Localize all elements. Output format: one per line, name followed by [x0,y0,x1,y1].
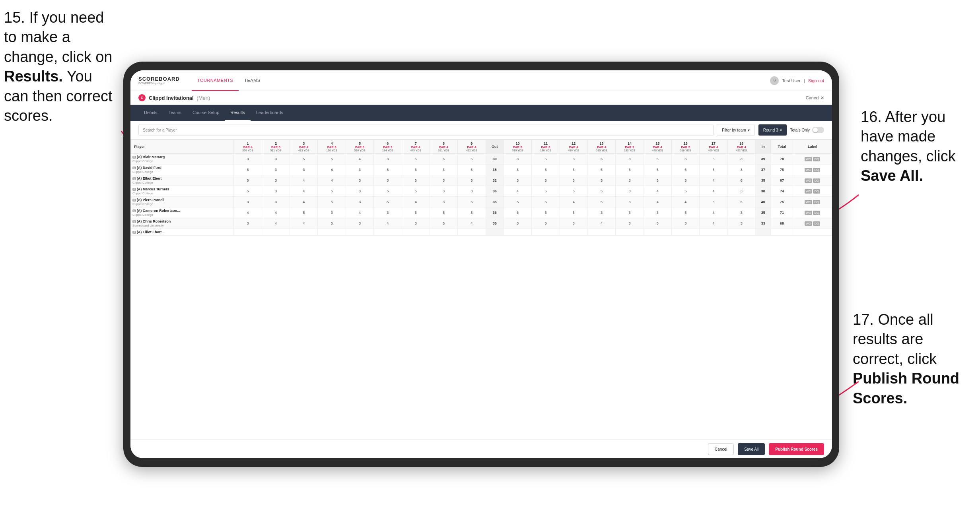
score-cell-front-3[interactable]: 5 [290,207,318,218]
dq-button[interactable]: DQ [813,200,820,204]
score-cell-back-10[interactable]: 3 [504,218,531,229]
score-cell-front-5[interactable]: 4 [346,154,373,165]
dq-button[interactable]: DQ [813,221,820,226]
score-cell-front-7[interactable]: 5 [402,154,430,165]
score-cell-back-16[interactable]: 3 [671,218,699,229]
score-cell-front-3[interactable]: 4 [290,175,318,186]
score-cell-front-2[interactable]: 3 [262,165,290,175]
wd-button[interactable]: WD [805,221,812,226]
search-input[interactable] [138,124,714,136]
score-cell-front-2[interactable]: 3 [262,197,290,207]
cancel-action-button[interactable]: Cancel [708,443,734,455]
score-cell-front-6[interactable]: 5 [374,186,402,197]
score-cell-back-17[interactable]: 3 [700,197,727,207]
score-cell-back-18[interactable]: 3 [727,154,755,165]
score-cell-front-2[interactable]: 4 [262,218,290,229]
tab-results[interactable]: Results [225,105,251,121]
score-cell-back-14[interactable]: 3 [616,165,644,175]
dq-button[interactable]: DQ [813,157,820,161]
score-cell-back-10[interactable]: 3 [504,154,531,165]
score-cell-front-1[interactable]: 3 [234,218,262,229]
wd-button[interactable]: WD [805,211,812,215]
score-cell-back-16[interactable]: 5 [671,186,699,197]
score-cell-back-17[interactable]: 4 [700,175,727,186]
score-cell-back-14[interactable]: 3 [616,207,644,218]
score-cell-front-2[interactable]: 4 [262,207,290,218]
score-cell-back-12[interactable]: 3 [560,154,587,165]
score-cell-back-16[interactable]: 3 [671,175,699,186]
filter-by-team-button[interactable]: Filter by team ▾ [717,124,755,136]
score-cell-front-9[interactable]: 3 [458,207,486,218]
score-cell-back-17[interactable]: 5 [700,165,727,175]
score-cell-back-12[interactable]: 5 [560,207,587,218]
score-cell-front-6[interactable]: 5 [374,197,402,207]
score-cell-back-14[interactable]: 3 [616,197,644,207]
score-cell-back-13[interactable]: 6 [587,154,615,165]
score-cell-front-1[interactable]: 5 [234,186,262,197]
score-cell-front-7[interactable]: 5 [402,175,430,186]
score-cell-front-2[interactable]: 3 [262,175,290,186]
score-cell-front-5[interactable]: 3 [346,175,373,186]
score-cell-front-4[interactable]: 4 [318,165,346,175]
score-cell-back-16[interactable]: 6 [671,165,699,175]
score-cell-front-9[interactable]: 3 [458,186,486,197]
score-cell-front-3[interactable]: 3 [290,165,318,175]
score-cell-back-15[interactable]: 5 [644,154,671,165]
score-cell-front-6[interactable]: 3 [374,154,402,165]
score-cell-front-2[interactable]: 3 [262,154,290,165]
score-cell-front-5[interactable]: 3 [346,218,373,229]
score-cell-front-8[interactable]: 5 [430,218,457,229]
score-cell-front-6[interactable]: 5 [374,165,402,175]
score-cell-front-1[interactable]: 3 [234,154,262,165]
score-cell-front-4[interactable]: 5 [318,186,346,197]
score-cell-front-8[interactable]: 3 [430,186,457,197]
score-cell-back-10[interactable]: 6 [504,207,531,218]
score-cell-back-11[interactable]: 5 [532,186,560,197]
score-cell-back-10[interactable]: 5 [504,197,531,207]
score-cell-front-4[interactable]: 5 [318,197,346,207]
score-cell-front-8[interactable]: 3 [430,197,457,207]
score-cell-back-13[interactable]: 4 [587,218,615,229]
score-cell-back-11[interactable]: 3 [532,207,560,218]
score-cell-front-6[interactable]: 3 [374,175,402,186]
score-cell-front-9[interactable]: 5 [458,197,486,207]
score-cell-back-12[interactable]: 5 [560,186,587,197]
score-cell-back-17[interactable]: 4 [700,186,727,197]
score-cell-front-7[interactable]: 4 [402,197,430,207]
score-cell-front-8[interactable]: 6 [430,154,457,165]
score-cell-front-9[interactable]: 3 [458,175,486,186]
dq-button[interactable]: DQ [813,178,820,183]
wd-button[interactable]: WD [805,178,812,183]
score-cell-back-12[interactable]: 4 [560,197,587,207]
score-cell-front-3[interactable]: 4 [290,197,318,207]
score-cell-front-1[interactable]: 3 [234,197,262,207]
score-cell-back-18[interactable]: 3 [727,186,755,197]
score-cell-front-5[interactable]: 3 [346,186,373,197]
score-cell-front-4[interactable]: 5 [318,154,346,165]
score-cell-back-18[interactable]: 3 [727,165,755,175]
wd-button[interactable]: WD [805,168,812,172]
score-cell-back-15[interactable]: 4 [644,186,671,197]
round-selector-button[interactable]: Round 3 ▾ [758,124,787,136]
score-cell-back-15[interactable]: 3 [644,207,671,218]
score-cell-front-2[interactable]: 3 [262,186,290,197]
score-cell-back-11[interactable]: 5 [532,175,560,186]
sign-out-link[interactable]: Sign out [808,78,824,83]
score-cell-back-14[interactable]: 3 [616,186,644,197]
score-cell-back-17[interactable]: 4 [700,218,727,229]
nav-link-teams[interactable]: TEAMS [239,70,266,91]
tab-course-setup[interactable]: Course Setup [187,105,225,121]
score-cell-back-13[interactable]: 5 [587,197,615,207]
dq-button[interactable]: DQ [813,168,820,172]
score-cell-front-7[interactable]: 6 [402,165,430,175]
save-all-button[interactable]: Save All [738,443,765,455]
score-cell-back-11[interactable]: 5 [532,154,560,165]
score-cell-front-5[interactable]: 3 [346,197,373,207]
score-cell-back-14[interactable]: 3 [616,175,644,186]
score-cell-front-9[interactable]: 5 [458,165,486,175]
score-cell-back-16[interactable]: 4 [671,197,699,207]
score-cell-back-16[interactable]: 6 [671,154,699,165]
tab-teams[interactable]: Teams [163,105,187,121]
score-cell-front-5[interactable]: 4 [346,207,373,218]
totals-only-toggle[interactable] [812,127,824,133]
